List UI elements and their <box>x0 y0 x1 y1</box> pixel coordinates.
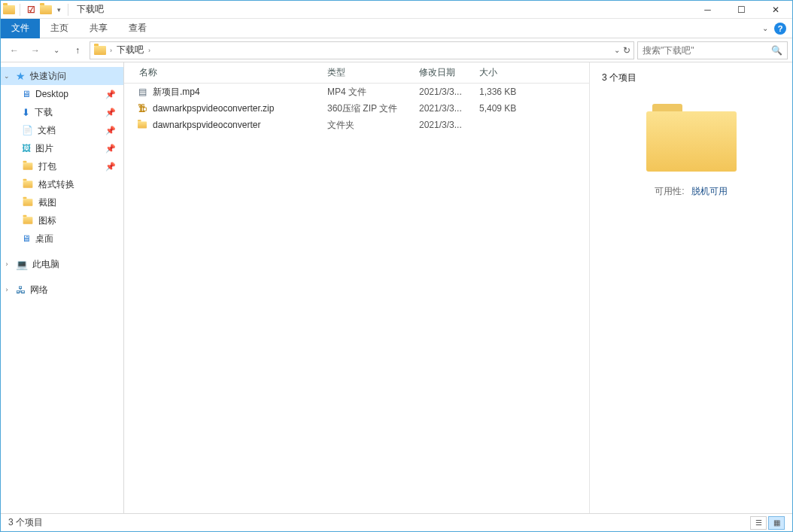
sidebar-item-folder[interactable]: 打包📌 <box>1 157 123 175</box>
search-box[interactable]: 🔍 <box>637 41 788 59</box>
pin-icon: 📌 <box>105 162 116 172</box>
search-input[interactable] <box>643 45 771 56</box>
sidebar-item-folder[interactable]: 图标 <box>1 211 123 230</box>
nav-pane: ⌄ ★ 快速访问 🖥Desktop📌 ⬇下载📌 📄文档📌 🖼图片📌 打包📌 格式… <box>1 62 124 513</box>
folder-icon <box>22 196 34 208</box>
sidebar-item-downloads[interactable]: ⬇下载📌 <box>1 103 123 121</box>
file-row[interactable]: 🗜dawnarkpspvideoconverter.zip360压缩 ZIP 文… <box>124 100 589 117</box>
forward-button[interactable]: → <box>26 41 44 59</box>
file-row[interactable]: ▤新项目.mp4MP4 文件2021/3/3...1,336 KB <box>124 84 589 100</box>
zip-file-icon: 🗜 <box>136 102 148 114</box>
col-date[interactable]: 修改日期 <box>413 66 473 79</box>
sidebar-item-folder[interactable]: 截图 <box>1 193 123 211</box>
ribbon-tabs: 文件 主页 共享 查看 ⌄ ? <box>1 19 792 38</box>
sidebar-network[interactable]: ›🖧网络 <box>1 281 123 299</box>
search-icon[interactable]: 🔍 <box>771 45 782 56</box>
folder-icon <box>22 160 34 172</box>
status-bar: 3 个项目 ☰ ▦ <box>1 513 792 531</box>
window-title: 下载吧 <box>77 3 104 16</box>
tab-view[interactable]: 查看 <box>118 19 157 38</box>
col-type[interactable]: 类型 <box>321 66 413 79</box>
help-icon[interactable]: ? <box>774 23 786 35</box>
view-details-button[interactable]: ☰ <box>750 516 767 530</box>
up-button[interactable]: ↑ <box>68 41 87 59</box>
file-row[interactable]: dawnarkpspvideoconverter文件夹2021/3/3... <box>124 117 589 133</box>
address-history-icon[interactable]: ⌄ <box>614 46 620 54</box>
sidebar-item-pictures[interactable]: 🖼图片📌 <box>1 139 123 157</box>
file-size: 5,409 KB <box>473 103 533 114</box>
video-file-icon: ▤ <box>136 86 148 98</box>
monitor-icon: 🖥 <box>22 233 31 244</box>
desktop-icon: 🖥 <box>22 89 31 99</box>
tab-share[interactable]: 共享 <box>79 19 118 38</box>
pin-icon: 📌 <box>105 90 116 99</box>
crumb-sep-icon[interactable]: › <box>148 47 150 54</box>
crumb-sep-icon[interactable]: › <box>110 47 112 54</box>
file-date: 2021/3/3... <box>413 120 473 130</box>
file-list-pane: 名称 类型 修改日期 大小 ▤新项目.mp4MP4 文件2021/3/3...1… <box>124 62 589 513</box>
chevron-right-icon[interactable]: › <box>2 260 11 268</box>
sidebar-item-folder[interactable]: 格式转换 <box>1 175 123 193</box>
sidebar-item-documents[interactable]: 📄文档📌 <box>1 121 123 139</box>
title-bar: ☑ ▾ 下载吧 ─ ☐ ✕ <box>1 1 792 19</box>
chevron-right-icon[interactable]: › <box>2 286 11 293</box>
column-headers: 名称 类型 修改日期 大小 <box>124 62 589 84</box>
col-name[interactable]: 名称 <box>124 66 321 79</box>
sidebar-item-desktop2[interactable]: 🖥桌面 <box>1 230 123 248</box>
file-type: MP4 文件 <box>321 86 413 99</box>
folder-icon <box>22 214 34 226</box>
sidebar-item-desktop[interactable]: 🖥Desktop📌 <box>1 85 123 103</box>
document-icon: 📄 <box>22 125 33 135</box>
col-size[interactable]: 大小 <box>473 66 533 79</box>
app-folder-icon <box>2 3 16 17</box>
file-size: 1,336 KB <box>473 87 533 97</box>
sidebar-this-pc[interactable]: ›💻此电脑 <box>1 255 123 273</box>
star-icon: ★ <box>16 70 26 82</box>
file-type: 360压缩 ZIP 文件 <box>321 102 413 115</box>
details-availability: 可用性: 脱机可用 <box>655 185 728 198</box>
pin-icon: 📌 <box>105 144 116 154</box>
tab-file[interactable]: 文件 <box>1 19 40 38</box>
status-text: 3 个项目 <box>8 516 43 529</box>
maximize-button[interactable]: ☐ <box>725 1 758 19</box>
file-name: 新项目.mp4 <box>153 86 200 99</box>
pin-icon: 📌 <box>105 108 116 117</box>
file-type: 文件夹 <box>321 119 413 132</box>
file-name: dawnarkpspvideoconverter.zip <box>153 103 274 114</box>
close-button[interactable]: ✕ <box>758 1 792 19</box>
breadcrumb-current[interactable]: 下载吧 <box>115 44 145 56</box>
refresh-icon[interactable]: ↻ <box>623 45 630 56</box>
details-pane: 3 个项目 可用性: 脱机可用 <box>589 62 792 513</box>
file-name: dawnarkpspvideoconverter <box>153 120 260 130</box>
back-button[interactable]: ← <box>5 41 23 59</box>
file-list[interactable]: ▤新项目.mp4MP4 文件2021/3/3...1,336 KB🗜dawnar… <box>124 84 589 513</box>
chevron-down-icon[interactable]: ⌄ <box>2 72 11 80</box>
details-count: 3 个项目 <box>602 71 637 84</box>
folder-icon <box>22 178 34 190</box>
recent-dropdown[interactable]: ⌄ <box>47 41 65 59</box>
download-icon: ⬇ <box>22 107 30 118</box>
folder-icon <box>136 119 148 131</box>
pictures-icon: 🖼 <box>22 143 31 154</box>
qat-properties-icon[interactable]: ☑ <box>24 3 38 17</box>
qat-dropdown-icon[interactable]: ▾ <box>54 6 64 14</box>
file-date: 2021/3/3... <box>413 87 473 97</box>
address-folder-icon <box>93 44 107 57</box>
ribbon-expand-icon[interactable]: ⌄ <box>762 24 768 32</box>
qat-newfolder-icon[interactable] <box>39 3 53 17</box>
tab-home[interactable]: 主页 <box>40 19 79 38</box>
sidebar-quick-access-label: 快速访问 <box>30 70 66 83</box>
pc-icon: 💻 <box>16 259 28 270</box>
sidebar-quick-access[interactable]: ⌄ ★ 快速访问 <box>1 67 123 85</box>
nav-bar: ← → ⌄ ↑ › 下载吧 › ⌄ ↻ 🔍 <box>1 38 792 62</box>
folder-preview-icon <box>646 104 737 172</box>
pin-icon: 📌 <box>105 126 116 135</box>
minimize-button[interactable]: ─ <box>691 1 725 19</box>
view-icons-button[interactable]: ▦ <box>768 516 785 530</box>
address-bar[interactable]: › 下载吧 › ⌄ ↻ <box>90 41 634 59</box>
file-date: 2021/3/3... <box>413 103 473 114</box>
network-icon: 🖧 <box>16 284 26 296</box>
